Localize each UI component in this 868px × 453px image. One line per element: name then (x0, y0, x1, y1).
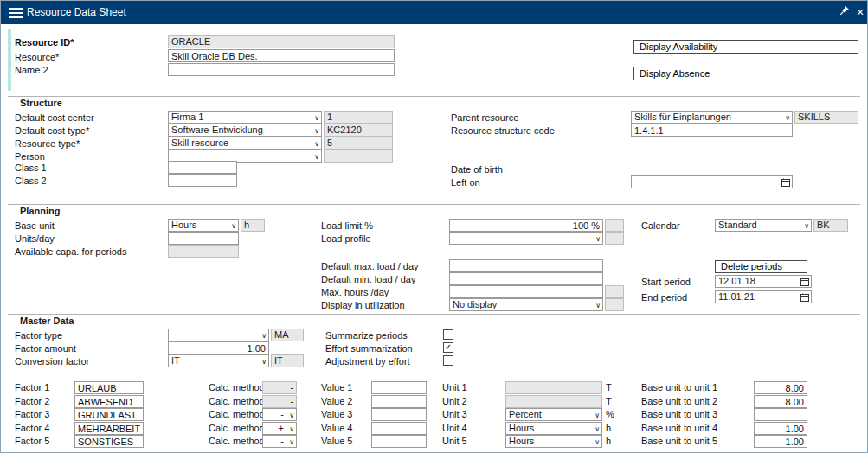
units-day-label: Units/day (15, 233, 55, 244)
calc-method5-select[interactable]: - (262, 435, 297, 448)
unit2-abbr: T (606, 396, 612, 406)
section-divider (8, 314, 860, 315)
display-absence-button[interactable]: Display Absence (633, 67, 858, 80)
max-hours-unit-box (605, 285, 624, 298)
default-cost-type-code: KC2120 (324, 124, 393, 137)
close-icon[interactable]: ✕ (853, 5, 867, 19)
load-profile-unit-box (605, 232, 624, 245)
calc-method2-field: - (262, 395, 297, 408)
value3-label: Value 3 (321, 409, 353, 419)
planning-section-title: Planning (20, 206, 60, 216)
max-hours-day-label: Max. hours /day (321, 287, 389, 297)
unit5-label: Unit 5 (442, 436, 467, 446)
parent-resource-select[interactable]: Skills für Einplanungen (631, 111, 793, 124)
default-cost-type-select[interactable]: Software-Entwicklung (168, 124, 322, 137)
effort-summarization-label: Effort summarization (325, 343, 413, 354)
default-cost-center-select[interactable]: Firma 1 (168, 111, 322, 124)
base-unit-to-unit2-label: Base unit to unit 2 (641, 396, 717, 406)
section-divider (8, 204, 860, 205)
left-on-date-field[interactable] (631, 175, 793, 188)
calc-method3-select[interactable]: - (262, 408, 297, 421)
unit5-abbr: h (606, 436, 611, 446)
start-period-date-field[interactable]: 12.01.18 (715, 275, 812, 288)
start-period-label: Start period (641, 277, 691, 287)
factor-type-label: Factor type (15, 330, 62, 341)
default-max-load-label: Default max. load / day (321, 261, 419, 271)
value4-input[interactable] (371, 422, 427, 435)
pin-icon[interactable] (838, 5, 852, 19)
section-divider (8, 96, 860, 97)
master-data-section-title: Master Data (20, 316, 74, 326)
unit4-select[interactable]: Hours (505, 422, 602, 435)
base-unit-to-unit2-input[interactable] (754, 395, 807, 408)
value2-input[interactable] (371, 395, 427, 408)
load-limit-unit-box (605, 219, 624, 232)
resource-data-sheet-window: Resource Data Sheet ✕ Resource ID* ORACL… (0, 0, 868, 453)
base-unit-code: h (241, 219, 265, 232)
unit5-select[interactable]: Hours (505, 435, 602, 448)
load-profile-select[interactable] (449, 232, 603, 245)
factor-type-select[interactable] (168, 329, 269, 341)
resource-type-select[interactable]: Skill resource (168, 137, 322, 150)
person-code (324, 150, 393, 163)
factor5-input[interactable] (74, 435, 144, 448)
factor4-input[interactable] (74, 422, 144, 435)
adjustment-by-effort-checkbox[interactable] (443, 355, 453, 366)
class1-input[interactable] (168, 161, 237, 174)
effort-summarization-checkbox[interactable]: ✓ (443, 342, 453, 353)
base-unit-to-unit5-label: Base unit to unit 5 (641, 436, 717, 446)
class2-label: Class 2 (15, 175, 47, 186)
name2-input[interactable] (168, 63, 395, 76)
unit1-abbr: T (606, 382, 612, 392)
factor-amount-input[interactable] (168, 341, 269, 354)
date-of-birth-label: Date of birth (451, 164, 503, 175)
base-unit-to-unit4-label: Base unit to unit 4 (641, 423, 717, 433)
load-profile-label: Load profile (321, 233, 371, 244)
units-day-input[interactable] (168, 232, 239, 245)
value5-label: Value 5 (321, 436, 353, 446)
menu-icon[interactable] (9, 8, 23, 18)
calc-method4-select[interactable]: + (262, 422, 297, 435)
conversion-factor-code: IT (271, 354, 304, 367)
adjustment-by-effort-label: Adjustment by effort (325, 356, 410, 367)
conversion-factor-select[interactable]: IT (168, 354, 269, 367)
left-on-label: Left on (451, 177, 480, 188)
unit3-abbr: % (606, 409, 614, 419)
base-unit-to-unit4-input[interactable] (754, 422, 807, 435)
resource-input[interactable] (168, 49, 395, 62)
calendar-select[interactable]: Standard (715, 219, 812, 232)
display-in-utilization-select[interactable]: No display (449, 298, 603, 311)
summarize-periods-checkbox[interactable] (443, 329, 453, 340)
delete-periods-button[interactable]: Delete periods (715, 260, 807, 273)
resource-type-code: 5 (324, 137, 393, 150)
calendar-icon[interactable] (781, 178, 790, 187)
factor1-input[interactable] (74, 381, 144, 394)
default-max-load-input[interactable] (449, 259, 603, 272)
display-availability-button[interactable]: Display Availability (633, 40, 858, 54)
factor2-input[interactable] (74, 395, 144, 408)
base-unit-to-unit3-input[interactable] (754, 408, 807, 421)
value1-input[interactable] (371, 381, 427, 394)
factor3-input[interactable] (74, 408, 144, 421)
end-period-date-field[interactable]: 11.01.21 (715, 290, 812, 303)
unit3-select[interactable]: Percent (505, 408, 602, 421)
base-unit-to-unit5-input[interactable] (754, 435, 807, 448)
base-unit-to-unit1-input[interactable] (754, 381, 807, 394)
class1-label: Class 1 (15, 163, 47, 173)
class2-input[interactable] (168, 174, 237, 187)
unit2-field (505, 395, 602, 408)
calendar-icon[interactable] (800, 293, 809, 302)
max-hours-day-input[interactable] (449, 285, 603, 298)
end-period-date-value: 11.01.21 (718, 291, 755, 303)
calendar-icon[interactable] (800, 278, 809, 286)
value5-input[interactable] (371, 435, 427, 448)
default-min-load-input[interactable] (449, 272, 603, 285)
conversion-factor-label: Conversion factor (15, 356, 89, 367)
factor1-label: Factor 1 (15, 382, 49, 392)
display-in-utilization-unit-box (605, 298, 624, 311)
load-limit-input[interactable] (449, 219, 603, 232)
base-unit-select[interactable]: Hours (168, 219, 239, 232)
calc-method1-field: - (262, 381, 297, 394)
value3-input[interactable] (371, 408, 427, 421)
resource-structure-code-input[interactable] (631, 124, 793, 137)
